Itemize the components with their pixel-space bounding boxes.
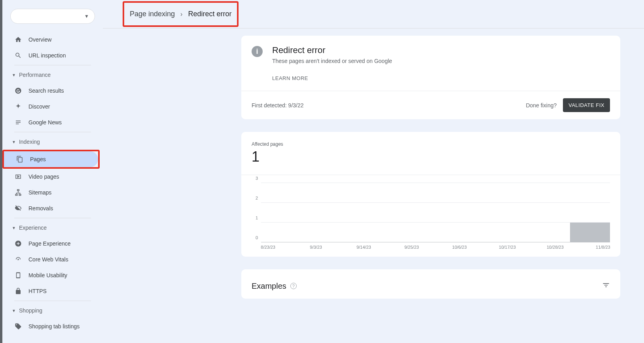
sidebar-item-search-results[interactable]: Search results bbox=[2, 83, 100, 99]
detection-row: First detected: 9/3/22 Done fixing? VALI… bbox=[241, 91, 620, 119]
divider bbox=[14, 65, 91, 65]
divider bbox=[14, 218, 91, 218]
sidebar-item-url-inspection[interactable]: URL inspection bbox=[2, 48, 100, 63]
first-detected: First detected: 9/3/22 bbox=[252, 102, 304, 109]
plus-circle-icon bbox=[14, 240, 22, 248]
divider bbox=[14, 132, 91, 132]
sidebar-item-page-experience[interactable]: Page Experience bbox=[2, 236, 100, 252]
x-tick: 9/3/23 bbox=[310, 245, 322, 250]
sidebar-item-google-news[interactable]: Google News bbox=[2, 114, 100, 130]
chevron-down-icon: ▼ bbox=[12, 226, 16, 230]
affected-label: Affected pages bbox=[252, 141, 610, 147]
section-label: Experience bbox=[19, 225, 47, 231]
sidebar-item-label: Pages bbox=[30, 156, 46, 162]
section-label: Shopping bbox=[19, 307, 42, 314]
bar-region bbox=[570, 223, 610, 242]
mobile-icon bbox=[14, 271, 22, 279]
pages-icon bbox=[16, 155, 24, 163]
sparkle-icon bbox=[14, 103, 22, 111]
chevron-down-icon: ▼ bbox=[12, 309, 16, 313]
y-tick: 0 bbox=[256, 235, 258, 240]
chevron-right-icon: › bbox=[180, 11, 182, 18]
lock-icon bbox=[14, 287, 22, 295]
visibility-off-icon bbox=[14, 204, 22, 212]
sidebar-item-label: Page Experience bbox=[28, 240, 71, 247]
sidebar-item-removals[interactable]: Removals bbox=[2, 200, 100, 216]
filter-icon[interactable] bbox=[602, 281, 610, 291]
sidebar-item-label: Shopping tab listings bbox=[28, 323, 80, 330]
chart: 01238/23/239/3/239/14/239/25/2310/6/2310… bbox=[241, 175, 620, 257]
section-experience[interactable]: ▼ Experience bbox=[2, 220, 103, 236]
sidebar-item-video-pages[interactable]: Video pages bbox=[2, 169, 100, 185]
sidebar: ▼ Overview URL inspection ▼ Performance … bbox=[2, 0, 103, 343]
google-icon bbox=[14, 87, 22, 95]
x-tick: 8/23/23 bbox=[261, 245, 275, 250]
breadcrumb-parent[interactable]: Page indexing bbox=[130, 10, 175, 18]
property-selector[interactable]: ▼ bbox=[10, 9, 95, 24]
y-tick: 2 bbox=[256, 196, 258, 200]
speed-icon bbox=[14, 255, 22, 263]
info-card: i Redirect error These pages aren't inde… bbox=[241, 36, 620, 119]
help-icon[interactable]: ? bbox=[290, 283, 297, 289]
sidebar-item-label: Video pages bbox=[28, 173, 59, 180]
section-performance[interactable]: ▼ Performance bbox=[2, 67, 103, 83]
section-label: Indexing bbox=[19, 139, 40, 145]
info-icon: i bbox=[252, 46, 263, 57]
news-icon bbox=[14, 118, 22, 126]
sidebar-item-label: Google News bbox=[28, 119, 62, 126]
sidebar-item-label: Mobile Usability bbox=[28, 272, 67, 278]
sidebar-item-https[interactable]: HTTPS bbox=[2, 283, 100, 299]
search-icon bbox=[14, 51, 22, 59]
section-indexing[interactable]: ▼ Indexing bbox=[2, 134, 103, 150]
chevron-down-icon: ▼ bbox=[84, 13, 89, 19]
highlight-pages: Pages bbox=[2, 150, 100, 169]
sidebar-item-shopping-tab[interactable]: Shopping tab listings bbox=[2, 318, 100, 334]
sidebar-item-label: Discover bbox=[28, 103, 50, 110]
nav: Overview URL inspection ▼ Performance Se… bbox=[2, 32, 103, 334]
home-icon bbox=[14, 36, 22, 44]
examples-title: Examples bbox=[252, 282, 286, 291]
validate-fix-button[interactable]: VALIDATE FIX bbox=[563, 98, 610, 112]
sidebar-item-overview[interactable]: Overview bbox=[2, 32, 100, 48]
content: i Redirect error These pages aren't inde… bbox=[103, 29, 644, 343]
sidebar-item-sitemaps[interactable]: Sitemaps bbox=[2, 185, 100, 200]
sidebar-item-mobile-usability[interactable]: Mobile Usability bbox=[2, 267, 100, 283]
done-fixing-label: Done fixing? bbox=[526, 102, 557, 109]
chevron-down-icon: ▼ bbox=[12, 140, 16, 144]
info-title: Redirect error bbox=[272, 45, 392, 55]
main: Page indexing › Redirect error i Redirec… bbox=[103, 0, 644, 343]
y-tick: 3 bbox=[256, 176, 258, 181]
x-tick: 9/14/23 bbox=[356, 245, 371, 250]
info-subtitle: These pages aren't indexed or served on … bbox=[272, 58, 392, 64]
chevron-down-icon: ▼ bbox=[12, 73, 16, 77]
tag-icon bbox=[14, 322, 22, 330]
y-tick: 1 bbox=[256, 215, 258, 220]
learn-more-link[interactable]: LEARN MORE bbox=[272, 75, 610, 81]
breadcrumb-bar: Page indexing › Redirect error bbox=[103, 0, 644, 29]
x-tick: 10/6/23 bbox=[452, 245, 467, 250]
sitemap-icon bbox=[14, 189, 22, 196]
sidebar-item-core-web-vitals[interactable]: Core Web Vitals bbox=[2, 252, 100, 267]
sidebar-item-label: Removals bbox=[28, 205, 53, 212]
sidebar-item-label: Search results bbox=[28, 88, 64, 94]
section-label: Performance bbox=[19, 72, 51, 78]
video-icon bbox=[14, 173, 22, 181]
divider bbox=[14, 301, 91, 301]
affected-card: Affected pages 1 01238/23/239/3/239/14/2… bbox=[241, 132, 620, 257]
breadcrumb-current: Redirect error bbox=[188, 10, 231, 18]
sidebar-item-label: URL inspection bbox=[28, 52, 66, 59]
sidebar-item-label: Core Web Vitals bbox=[28, 256, 68, 263]
sidebar-item-label: Sitemaps bbox=[28, 189, 51, 196]
sidebar-item-label: Overview bbox=[28, 36, 51, 43]
sidebar-item-discover[interactable]: Discover bbox=[2, 99, 100, 114]
section-shopping[interactable]: ▼ Shopping bbox=[2, 303, 103, 318]
x-tick: 11/8/23 bbox=[596, 245, 610, 250]
x-tick: 9/25/23 bbox=[404, 245, 419, 250]
sidebar-item-label: HTTPS bbox=[28, 288, 47, 294]
affected-count: 1 bbox=[252, 149, 610, 165]
sidebar-item-pages[interactable]: Pages bbox=[4, 151, 98, 167]
breadcrumb-highlight: Page indexing › Redirect error bbox=[123, 1, 239, 27]
x-tick: 10/17/23 bbox=[499, 245, 516, 250]
x-tick: 10/28/23 bbox=[547, 245, 564, 250]
examples-card: Examples ? bbox=[241, 269, 620, 299]
